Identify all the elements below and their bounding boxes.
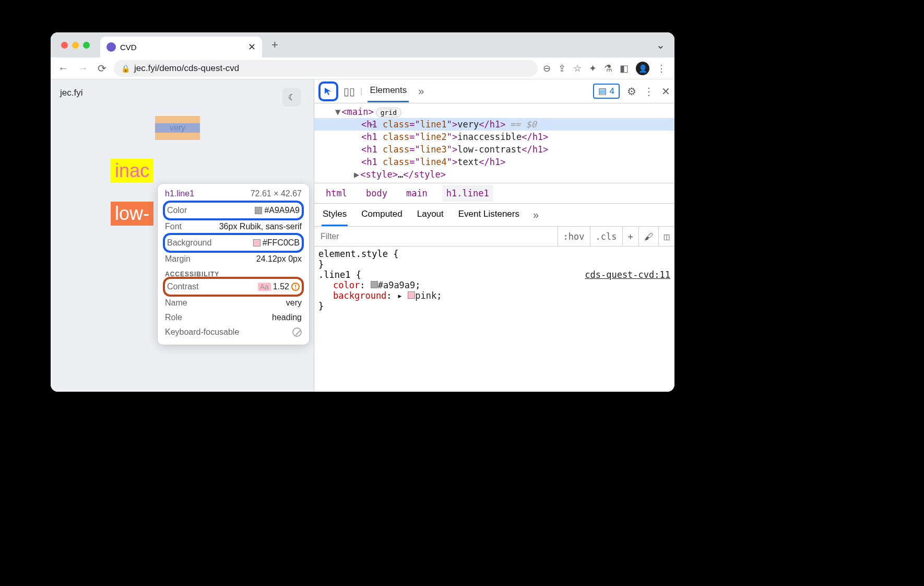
dom-node[interactable]: <h1 class="line3">low-contrast</h1>	[314, 143, 674, 156]
styles-filter-input[interactable]	[314, 232, 558, 241]
tooltip-color-value: #A9A9A9	[264, 206, 300, 215]
hov-button[interactable]: :hov	[558, 227, 590, 246]
tooltip-bg-value: #FFC0CB	[263, 238, 300, 248]
styles-pane: element.style { } .line1 { cds-quest-cvd…	[314, 247, 674, 313]
minimize-window-button[interactable]	[72, 42, 79, 49]
dom-node[interactable]: <h1 class="line2">inaccessible</h1>	[314, 131, 674, 143]
computed-tab[interactable]: Computed	[360, 204, 403, 226]
styles-tabstrip: Styles Computed Layout Event Listeners »	[314, 204, 674, 227]
tooltip-contrast-label: Contrast	[167, 282, 198, 291]
cursor-icon	[323, 86, 334, 97]
tooltip-color-label: Color	[167, 206, 187, 215]
tooltip-kbd-label: Keyboard-focusable	[165, 327, 239, 337]
elements-tab[interactable]: Elements	[368, 80, 409, 102]
more-panels-button[interactable]: »	[533, 209, 539, 221]
lock-icon: 🔒	[121, 64, 130, 73]
reload-button[interactable]: ⟳	[96, 60, 109, 77]
tooltip-bg-label: Background	[167, 238, 211, 248]
inspect-tooltip: h1.line1 72.61 × 42.67 Color #A9A9A9 Fon…	[158, 184, 309, 345]
line1-block[interactable]: very	[155, 116, 200, 140]
layout-tab[interactable]: Layout	[416, 204, 445, 226]
site-title: jec.fyi	[60, 88, 304, 98]
tab-strip: CVD ✕ + ⌄	[51, 32, 674, 57]
color-swatch-icon[interactable]	[371, 281, 378, 288]
labs-icon[interactable]: ⚗	[604, 63, 612, 74]
source-link[interactable]: cds-quest-cvd:11	[585, 269, 670, 280]
tooltip-contrast-value: 1.52	[273, 282, 289, 291]
toolbar-actions: ⊖ ⇪ ☆ ✦ ⚗ ◧ 👤 ⋮	[543, 62, 666, 75]
moon-icon: ☾	[288, 92, 295, 102]
chat-icon: ▤	[598, 86, 607, 97]
tooltip-name-value: very	[286, 298, 302, 308]
browser-tab[interactable]: CVD ✕	[100, 37, 262, 57]
inspect-element-button[interactable]	[318, 81, 338, 101]
more-tabs-button[interactable]: »	[418, 85, 424, 97]
favicon-icon	[106, 42, 116, 52]
tooltip-font-label: Font	[165, 222, 182, 231]
grid-badge[interactable]: grid	[376, 108, 401, 118]
settings-button[interactable]: ⚙	[627, 85, 636, 98]
url-text: jec.fyi/demo/cds-quest-cvd	[134, 63, 239, 74]
share-icon[interactable]: ⇪	[558, 63, 566, 74]
issues-count: 4	[610, 86, 614, 97]
breadcrumbs: html body main h1.line1	[314, 183, 674, 204]
style-prop-bg[interactable]: background: ▸ pink;	[318, 290, 670, 301]
rule-line1[interactable]: .line1 { cds-quest-cvd:11	[318, 269, 670, 280]
cls-button[interactable]: .cls	[590, 227, 622, 246]
new-tab-button[interactable]: +	[271, 38, 278, 52]
forward-button[interactable]: →	[76, 60, 90, 76]
dom-node[interactable]: <h1 class="line4">text</h1>	[314, 156, 674, 168]
issues-button[interactable]: ▤ 4	[593, 84, 620, 99]
tab-title: CVD	[120, 43, 137, 52]
back-button[interactable]: ←	[56, 60, 70, 76]
browser-menu-button[interactable]: ⋮	[657, 63, 666, 74]
tabs-dropdown-button[interactable]: ⌄	[656, 39, 665, 51]
element-style-rule[interactable]: element.style {	[318, 249, 670, 259]
paint-button[interactable]: 🖌	[638, 227, 658, 246]
close-devtools-button[interactable]: ✕	[661, 85, 670, 98]
warning-icon: !	[291, 283, 300, 291]
crumb-body[interactable]: body	[362, 185, 392, 202]
crumb-main[interactable]: main	[402, 185, 432, 202]
devtools-toolbar: ▯▯ | Elements » ▤ 4 ⚙ ⋮ ✕	[314, 79, 674, 103]
aa-badge: Aa	[258, 283, 271, 291]
bg-swatch	[253, 239, 260, 247]
dom-node-selected[interactable]: <h1 class="line1">very</h1>== $0	[314, 118, 674, 131]
color-swatch	[255, 207, 262, 214]
address-bar[interactable]: 🔒 jec.fyi/demo/cds-quest-cvd	[114, 60, 538, 77]
line1-text: very	[155, 123, 200, 133]
new-rule-button[interactable]: +	[622, 227, 638, 246]
crumb-current[interactable]: h1.line1	[442, 185, 493, 202]
highlight-contrast-row: Contrast Aa 1.52 !	[163, 277, 304, 297]
highlight-bg-row: Background #FFC0CB	[163, 233, 304, 253]
close-window-button[interactable]	[61, 42, 68, 49]
profile-avatar[interactable]: 👤	[636, 62, 649, 75]
close-tab-button[interactable]: ✕	[248, 41, 256, 53]
tooltip-role-value: heading	[272, 313, 302, 322]
bg-swatch-icon[interactable]	[408, 291, 415, 299]
content-row: jec.fyi ☾ very inac low- h1.line1 72.61 …	[51, 79, 674, 392]
line2-block[interactable]: inac	[111, 159, 153, 183]
highlight-color-row: Color #A9A9A9	[163, 201, 304, 220]
sidepanel-icon[interactable]: ◧	[620, 63, 629, 74]
zoom-icon[interactable]: ⊖	[543, 63, 551, 74]
crumb-html[interactable]: html	[322, 185, 351, 202]
style-prop-color[interactable]: color: #a9a9a9;	[318, 280, 670, 290]
tooltip-font-value: 36px Rubik, sans-serif	[219, 222, 302, 231]
extensions-icon[interactable]: ✦	[589, 63, 597, 74]
computed-toggle-button[interactable]: ◫	[658, 227, 674, 246]
bookmark-icon[interactable]: ☆	[573, 63, 582, 74]
tooltip-name-label: Name	[165, 298, 187, 308]
devtools-menu-button[interactable]: ⋮	[644, 85, 654, 98]
event-listeners-tab[interactable]: Event Listeners	[457, 204, 520, 226]
dark-mode-toggle[interactable]: ☾	[282, 88, 301, 107]
tooltip-margin-label: Margin	[165, 254, 191, 264]
maximize-window-button[interactable]	[83, 42, 90, 49]
dom-tree[interactable]: ▼<main>grid <h1 class="line1">very</h1>=…	[314, 103, 674, 183]
tooltip-margin-value: 24.12px 0px	[256, 254, 302, 264]
traffic-lights	[61, 42, 90, 49]
styles-tab[interactable]: Styles	[322, 204, 348, 226]
line3-block[interactable]: low-	[111, 202, 153, 226]
dom-node[interactable]: ▶<style>…</style>	[314, 168, 674, 181]
device-toggle-button[interactable]: ▯▯	[343, 85, 355, 98]
